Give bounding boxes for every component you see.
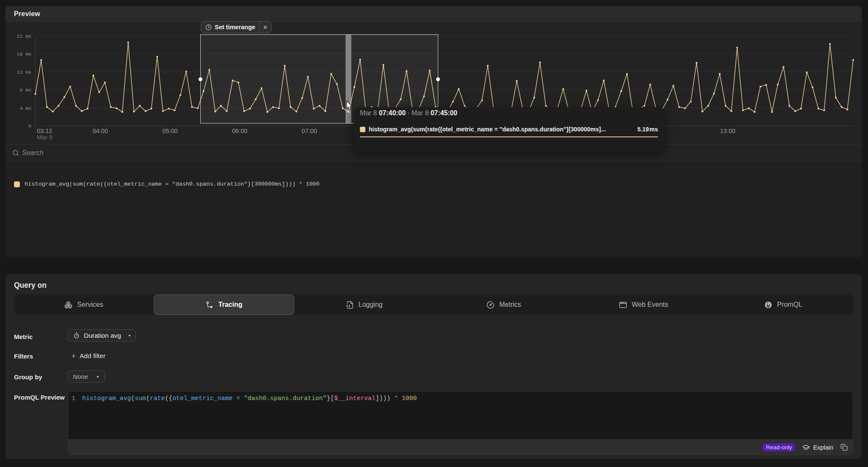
svg-text:06:00: 06:00 — [232, 128, 247, 134]
svg-text:Mar 8: Mar 8 — [37, 134, 53, 141]
svg-text:4 ms: 4 ms — [19, 106, 31, 111]
svg-text:05:00: 05:00 — [162, 128, 177, 134]
svg-text:13:00: 13:00 — [720, 128, 735, 134]
svg-text:04:00: 04:00 — [93, 128, 108, 134]
svg-text:07:00: 07:00 — [302, 128, 317, 134]
svg-text:18 ms: 18 ms — [17, 51, 31, 57]
svg-text:9 ms: 9 ms — [19, 87, 31, 93]
svg-text:22 ms: 22 ms — [17, 33, 31, 39]
svg-text:03:12: 03:12 — [37, 128, 52, 134]
svg-text:0: 0 — [28, 123, 31, 129]
svg-text:13 ms: 13 ms — [17, 69, 31, 75]
